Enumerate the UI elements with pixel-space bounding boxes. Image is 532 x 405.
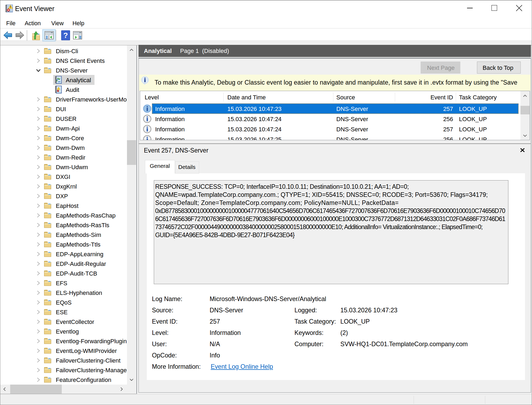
- svg-text:?: ?: [63, 31, 68, 39]
